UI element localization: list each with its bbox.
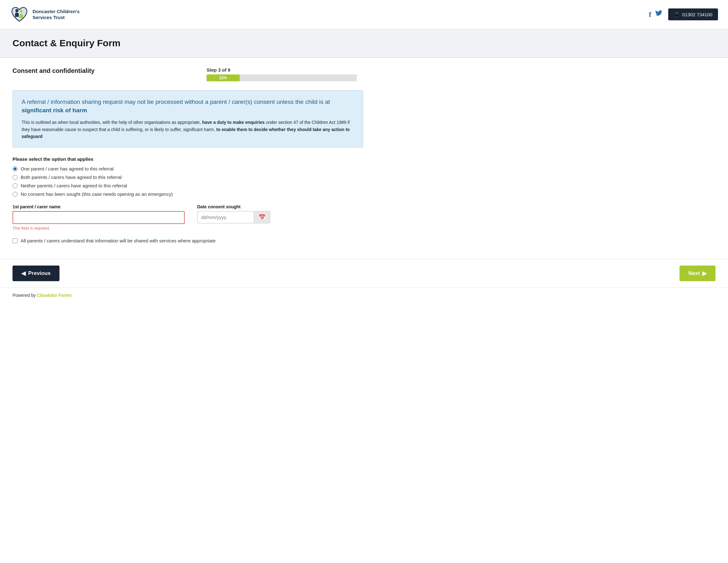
date-input[interactable] bbox=[197, 212, 254, 223]
page-title: Contact & Enquiry Form bbox=[13, 38, 715, 49]
twitter-icon[interactable] bbox=[655, 10, 663, 19]
radio-input-1[interactable] bbox=[13, 166, 18, 172]
step-label: Step 3 of 9 bbox=[207, 67, 363, 73]
radio-option-4[interactable]: No consent has been sought (this case ne… bbox=[13, 192, 363, 197]
powered-by-text: Powered by bbox=[13, 293, 37, 298]
radio-option-1[interactable]: One parent / carer has agreed to this re… bbox=[13, 166, 363, 172]
site-header: Doncaster Children's Services Trust f 📱 … bbox=[0, 0, 728, 29]
progress-bar-fill: 22% bbox=[207, 74, 240, 81]
radio-input-4[interactable] bbox=[13, 192, 18, 197]
radio-input-3[interactable] bbox=[13, 183, 18, 188]
progress-bar-container: 22% bbox=[207, 74, 357, 81]
checkbox-row[interactable]: All parents / carers understand that inf… bbox=[13, 238, 363, 243]
svg-point-0 bbox=[15, 9, 18, 12]
consent-checkbox[interactable] bbox=[13, 238, 18, 243]
next-label: Next bbox=[688, 270, 700, 277]
calendar-icon: 📅 bbox=[259, 214, 265, 221]
radio-label-3: Neither parents / carers have agreed to … bbox=[21, 183, 127, 188]
parent-name-label: 1st parent / carer name bbox=[13, 204, 185, 209]
info-box: A referral / information sharing request… bbox=[13, 90, 363, 148]
info-title-bold: significant risk of harm bbox=[22, 107, 87, 114]
facebook-icon[interactable]: f bbox=[649, 10, 651, 19]
date-consent-group: Date consent sought 📅 bbox=[197, 204, 270, 223]
checkbox-label: All parents / carers understand that inf… bbox=[21, 238, 216, 243]
info-body-bold1: have a duty to make enquiries bbox=[202, 120, 265, 125]
radio-label-2: Both parents / carers have agreed to thi… bbox=[21, 175, 122, 180]
logo-icon bbox=[10, 5, 29, 24]
logo-area: Doncaster Children's Services Trust bbox=[10, 5, 79, 24]
phone-icon: 📱 bbox=[674, 12, 680, 17]
nav-buttons: ◀ Previous Next ▶ bbox=[0, 259, 728, 287]
prev-icon: ◀ bbox=[21, 270, 26, 277]
step-header: Consent and confidentiality Step 3 of 9 … bbox=[13, 67, 363, 81]
parent-name-group: 1st parent / carer name This field is re… bbox=[13, 204, 185, 231]
radio-label-1: One parent / carer has agreed to this re… bbox=[21, 166, 114, 172]
prev-label: Previous bbox=[28, 270, 51, 277]
info-title-normal: A referral / information sharing request… bbox=[22, 99, 330, 105]
previous-button[interactable]: ◀ Previous bbox=[13, 266, 59, 281]
phone-button[interactable]: 📱 01302 734100 bbox=[668, 8, 718, 20]
social-icons: f bbox=[649, 10, 663, 19]
parent-name-error: This field is required. bbox=[13, 226, 185, 231]
info-body-normal1: This is outlined as when local authoriti… bbox=[22, 120, 202, 125]
radio-option-3[interactable]: Neither parents / carers have agreed to … bbox=[13, 183, 363, 188]
radio-section-label: Please select the option that applies bbox=[13, 156, 363, 162]
info-box-title: A referral / information sharing request… bbox=[22, 98, 354, 115]
radio-option-2[interactable]: Both parents / carers have agreed to thi… bbox=[13, 175, 363, 180]
date-input-wrapper: 📅 bbox=[197, 211, 270, 223]
footer: Powered by Cloudoko Forms bbox=[0, 287, 728, 303]
form-row: 1st parent / carer name This field is re… bbox=[13, 204, 363, 231]
radio-section: Please select the option that applies On… bbox=[13, 156, 363, 197]
section-title: Consent and confidentiality bbox=[13, 67, 95, 74]
svg-point-1 bbox=[20, 10, 23, 13]
page-title-bar: Contact & Enquiry Form bbox=[0, 29, 728, 58]
step-info: Step 3 of 9 22% bbox=[207, 67, 363, 81]
next-icon: ▶ bbox=[702, 270, 707, 277]
info-box-body: This is outlined as when local authoriti… bbox=[22, 119, 354, 140]
main-content: Consent and confidentiality Step 3 of 9 … bbox=[0, 58, 376, 259]
brand-link[interactable]: Cloudoko Forms bbox=[37, 293, 72, 298]
date-consent-label: Date consent sought bbox=[197, 204, 270, 209]
header-right: f 📱 01302 734100 bbox=[649, 8, 718, 20]
next-button[interactable]: Next ▶ bbox=[679, 266, 715, 281]
calendar-button[interactable]: 📅 bbox=[254, 212, 270, 223]
radio-input-2[interactable] bbox=[13, 175, 18, 180]
progress-label: 22% bbox=[219, 76, 227, 80]
phone-number: 01302 734100 bbox=[682, 12, 712, 17]
logo-text: Doncaster Children's Services Trust bbox=[33, 8, 79, 21]
radio-label-4: No consent has been sought (this case ne… bbox=[21, 192, 173, 197]
parent-name-input[interactable] bbox=[13, 211, 185, 224]
